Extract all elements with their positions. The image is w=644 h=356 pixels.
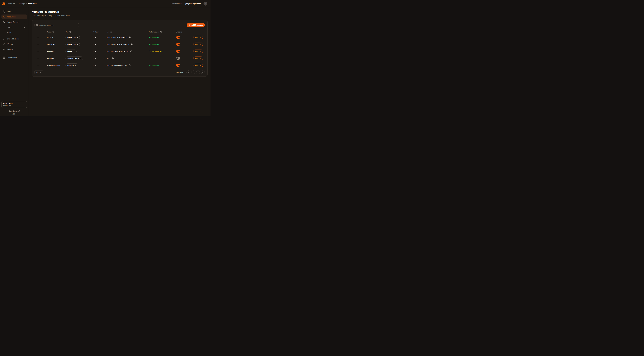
enabled-toggle[interactable] bbox=[176, 43, 180, 46]
table-row: Bitwarden Home Lab TCP https://bitwarden… bbox=[34, 41, 205, 48]
first-page-button[interactable] bbox=[186, 70, 190, 74]
edit-button[interactable]: Edit bbox=[193, 36, 203, 39]
access-value: https://battery.example.com bbox=[106, 64, 127, 66]
column-label: Name bbox=[47, 31, 52, 33]
row-menu-button[interactable] bbox=[36, 64, 39, 66]
chevrons-up-down-icon bbox=[24, 104, 25, 106]
protocol-value: TCP bbox=[93, 36, 96, 38]
search-input[interactable] bbox=[34, 23, 79, 27]
site-link-button[interactable]: Home Lab bbox=[66, 36, 80, 39]
copy-button[interactable] bbox=[112, 57, 114, 60]
pagination: 20 Page 1 of 1 bbox=[34, 70, 205, 74]
arrow-right-icon bbox=[199, 44, 201, 45]
edit-label: Edit bbox=[195, 58, 198, 59]
page-size-select[interactable]: 20 bbox=[34, 70, 43, 74]
card-toolbar: Add Resource bbox=[34, 23, 205, 27]
sidebar-admin-nav: Server Admin bbox=[2, 55, 27, 60]
shield-off-icon bbox=[149, 50, 151, 52]
copy-button[interactable] bbox=[131, 43, 133, 46]
add-resource-button[interactable]: Add Resource bbox=[186, 23, 205, 27]
sidebar-item-server-admin[interactable]: Server Admin bbox=[2, 55, 27, 60]
sidebar-item-access-control[interactable]: Access Control bbox=[2, 20, 27, 24]
sidebar-item-users[interactable]: Users bbox=[2, 25, 27, 30]
edit-label: Edit bbox=[195, 50, 198, 52]
copy-button[interactable] bbox=[128, 36, 131, 39]
shield-check-icon bbox=[149, 64, 151, 66]
shell: SitesResourcesAccess ControlUsersRolesSh… bbox=[0, 8, 210, 116]
server-icon bbox=[3, 56, 5, 59]
copy-button[interactable] bbox=[130, 50, 132, 52]
enabled-toggle[interactable] bbox=[176, 64, 180, 66]
enabled-toggle[interactable] bbox=[176, 36, 180, 39]
edit-button[interactable]: Edit bbox=[193, 64, 203, 67]
table-body: Immich Home Lab TCP https://immich.examp… bbox=[34, 34, 205, 69]
copy-button[interactable] bbox=[128, 64, 131, 66]
arrow-right-icon bbox=[199, 64, 201, 66]
arrow-right-icon bbox=[199, 36, 201, 38]
access-value: https://immich.example.com bbox=[106, 36, 128, 38]
breadcrumb-item-settings[interactable]: settings bbox=[19, 3, 25, 5]
sort-icon[interactable] bbox=[52, 31, 54, 33]
key-icon bbox=[3, 43, 5, 45]
sidebar-item-settings[interactable]: Settings bbox=[2, 47, 27, 52]
site-link-button[interactable]: Second Office bbox=[66, 56, 83, 60]
user-email[interactable]: joe@example.com bbox=[186, 3, 201, 5]
app-logo-icon[interactable] bbox=[2, 2, 5, 6]
site-name: Home Lab bbox=[68, 36, 76, 38]
protocol-value: TCP bbox=[93, 50, 96, 52]
column-header-enabled: Enabled bbox=[176, 31, 196, 33]
row-menu-button[interactable] bbox=[36, 50, 39, 52]
chevron-right-icon bbox=[197, 72, 199, 73]
documentation-link[interactable]: Documentation bbox=[171, 3, 182, 5]
row-menu-button[interactable] bbox=[36, 43, 39, 46]
protocol-value: TCP bbox=[93, 58, 96, 59]
row-menu-button[interactable] bbox=[36, 57, 39, 60]
table-row: Immich Home Lab TCP https://immich.examp… bbox=[34, 34, 205, 41]
row-menu-button[interactable] bbox=[36, 36, 39, 39]
site-link-button[interactable]: Home Lab bbox=[66, 42, 80, 46]
avatar[interactable]: J bbox=[204, 2, 207, 6]
waypoints-icon bbox=[3, 16, 5, 18]
breadcrumb-item-home-lab[interactable]: home-lab bbox=[8, 3, 15, 5]
last-page-button[interactable] bbox=[201, 70, 205, 74]
organization-label: Organization bbox=[3, 102, 13, 104]
sidebar-item-shareable-links[interactable]: Shareable Links bbox=[2, 36, 27, 41]
edit-button[interactable]: Edit bbox=[193, 42, 203, 46]
resource-name: Immich bbox=[47, 36, 53, 38]
site-link-button[interactable]: Office bbox=[66, 50, 76, 53]
next-page-button[interactable] bbox=[196, 70, 200, 74]
edit-button[interactable]: Edit bbox=[193, 56, 203, 60]
chevrons-left-icon bbox=[188, 72, 189, 73]
sort-icon[interactable] bbox=[160, 31, 162, 33]
previous-page-button[interactable] bbox=[191, 70, 195, 74]
auth-status: Protected bbox=[152, 44, 159, 45]
open-source-label: Open Source bbox=[9, 110, 18, 112]
ellipsis-icon bbox=[37, 50, 39, 52]
sort-icon[interactable] bbox=[69, 31, 71, 33]
enabled-toggle[interactable] bbox=[176, 50, 180, 52]
pagination-right: Page 1 of 1 bbox=[176, 70, 205, 74]
arrow-up-right-icon bbox=[80, 58, 81, 59]
enabled-toggle[interactable] bbox=[176, 57, 180, 60]
arrow-right-icon bbox=[199, 58, 201, 59]
site-link-button[interactable]: Edge 01 bbox=[66, 64, 78, 67]
column-label: Authentication bbox=[149, 31, 159, 33]
arrow-up-right-icon bbox=[76, 37, 78, 38]
copy-icon bbox=[130, 50, 132, 52]
sidebar-item-resources[interactable]: Resources bbox=[2, 14, 27, 19]
organization-selector[interactable]: Organization Home Lab bbox=[2, 101, 27, 108]
ellipsis-icon bbox=[37, 58, 39, 59]
sidebar-item-roles[interactable]: Roles bbox=[2, 30, 27, 35]
column-header-authentication: Authentication bbox=[149, 31, 176, 33]
edit-button[interactable]: Edit bbox=[193, 50, 203, 53]
sidebar-item-api-keys[interactable]: API Keys bbox=[2, 42, 27, 46]
resource-name: Authentik bbox=[47, 50, 54, 52]
column-label: Access bbox=[106, 31, 112, 33]
breadcrumb-item-resources[interactable]: resources bbox=[28, 3, 36, 5]
external-link-icon bbox=[18, 110, 20, 112]
sidebar-item-sites[interactable]: Sites bbox=[2, 9, 27, 14]
open-source-link[interactable]: Open Source bbox=[9, 110, 20, 112]
main-content: Manage Resources Create secure proxies t… bbox=[29, 8, 210, 116]
access-value: https://bitwarden.example.com bbox=[106, 44, 130, 45]
column-header-site: Site bbox=[66, 31, 93, 33]
